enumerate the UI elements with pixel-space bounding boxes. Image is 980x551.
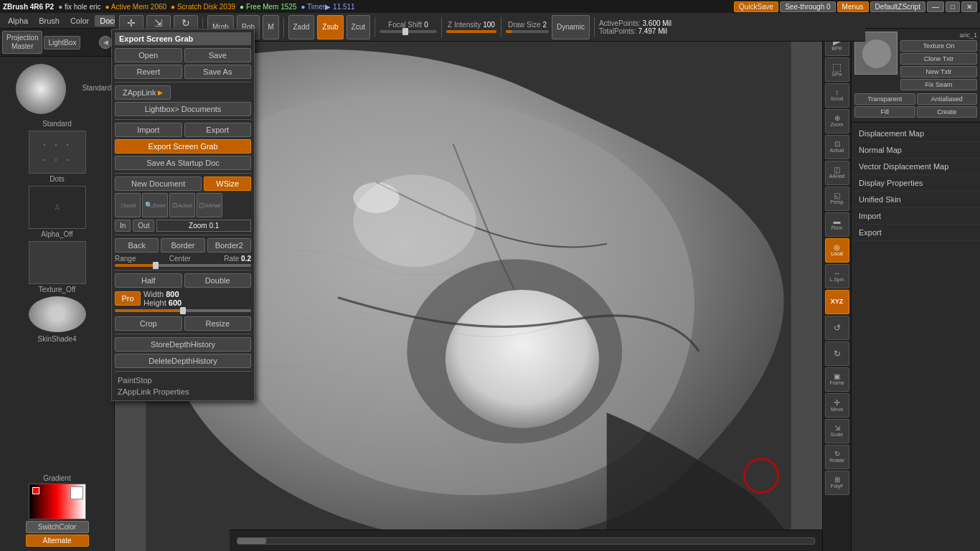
display-properties-item[interactable]: Display Properties <box>852 175 980 192</box>
open-button[interactable]: Open <box>115 48 182 62</box>
new-txtr-button[interactable]: New Txtr <box>900 66 977 77</box>
local-button[interactable]: ◎ Local <box>825 238 849 263</box>
rotate-cw-button[interactable]: ↻ <box>825 342 849 366</box>
import-item[interactable]: Import <box>852 208 980 225</box>
polyf-button[interactable]: ⊞ PolyF <box>825 471 849 495</box>
save-as-button[interactable]: Save As <box>184 65 252 79</box>
wsize-button[interactable]: WSize <box>204 176 251 191</box>
revert-button[interactable]: Revert <box>115 65 182 79</box>
pro-button[interactable]: Pro <box>115 291 141 306</box>
rotate-ccw-button[interactable]: ↺ <box>825 316 849 340</box>
rate-slider[interactable] <box>115 264 251 267</box>
see-through-button[interactable]: See-through 0 <box>780 1 835 12</box>
skin-shade-preview[interactable] <box>29 296 86 332</box>
menus-button[interactable]: Menus <box>837 1 869 12</box>
zcut-button[interactable]: Zcut <box>347 15 370 39</box>
default-zscript-button[interactable]: DefaultZScript <box>870 1 925 12</box>
window-minimize[interactable]: — <box>927 1 944 12</box>
actual-button[interactable]: ⊡ Actual <box>825 135 849 159</box>
move-button[interactable]: ✛ Move <box>825 393 849 418</box>
lightbox-docs-button[interactable]: Lightbox> Documents <box>115 102 251 116</box>
new-document-button[interactable]: New Document <box>115 176 202 191</box>
unified-skin-item[interactable]: Unified Skin <box>852 192 980 208</box>
save-button[interactable]: Save <box>184 48 252 62</box>
zsub-button[interactable]: Zsub <box>317 15 343 39</box>
export-item[interactable]: Export <box>852 225 980 241</box>
frame-button[interactable]: ▣ Frame <box>825 367 849 392</box>
store-depth-button[interactable]: StoreDepthHistory <box>115 337 251 352</box>
zapplink-props-item[interactable]: ZAppLink Properties <box>115 386 251 397</box>
move-toolbar-icon: ✛ <box>127 17 136 29</box>
left-toggle-button[interactable]: ◀ <box>99 36 112 49</box>
menu-item-brush[interactable]: Brush <box>34 15 65 27</box>
aahalf-icon-btn[interactable]: ◫AAHalf <box>197 193 222 217</box>
normal-map-item[interactable]: Normal Map <box>852 142 980 159</box>
half-button[interactable]: Half <box>115 273 182 288</box>
brush-preview-standard[interactable] <box>16 64 66 114</box>
texture-off-preview[interactable] <box>29 241 86 284</box>
zapplink-button[interactable]: ZAppLink ▶ <box>115 85 171 100</box>
dots-preview[interactable]: · · ·· · · <box>29 131 86 174</box>
focal-slider-thumb[interactable] <box>402 28 408 35</box>
switch-color-button[interactable]: SwitchColor <box>26 521 89 533</box>
double-button[interactable]: Double <box>184 273 252 288</box>
vector-displacement-map-item[interactable]: Vector Displacement Map <box>852 159 980 175</box>
horizontal-scrollbar[interactable] <box>237 537 815 545</box>
width-slider-thumb[interactable] <box>180 307 186 314</box>
m-button[interactable]: M <box>263 15 278 39</box>
border-button[interactable]: Border <box>161 238 204 253</box>
border2-button[interactable]: Border2 <box>207 238 251 253</box>
import-button[interactable]: Import <box>115 123 182 137</box>
fix-seam-button[interactable]: Fix Seam <box>900 79 977 90</box>
width-slider[interactable] <box>115 309 251 312</box>
resize-button[interactable]: Resize <box>184 316 252 331</box>
lsym-button[interactable]: ↔ L.Sym <box>825 264 849 288</box>
persp-button[interactable]: ◱ Persp <box>825 187 849 211</box>
rotate-tool-button[interactable]: ↻ Rotate <box>825 445 849 469</box>
draw-size-slider[interactable] <box>506 30 549 33</box>
alternate-button[interactable]: Alternate <box>26 534 89 547</box>
texture-on-button[interactable]: Texture On <box>900 40 977 52</box>
zoom-icon-btn[interactable]: 🔍Zoom <box>142 193 168 217</box>
export-button[interactable]: Export <box>184 123 252 137</box>
alpha-off-preview[interactable]: A <box>29 186 86 229</box>
save-as-startup-button[interactable]: Save As Startup Doc <box>115 156 251 170</box>
create-button[interactable]: Create <box>917 106 978 118</box>
clone-txtr-button[interactable]: Clone Txtr <box>900 53 977 65</box>
dynamic-button[interactable]: Dynamic <box>552 15 590 39</box>
menu-item-alpha[interactable]: Alpha <box>3 15 33 27</box>
antialiased-button[interactable]: Antialiased <box>917 93 978 105</box>
spix-button[interactable]: ⬚ SPix <box>825 57 849 82</box>
projection-master-button[interactable]: ProjectionMaster <box>2 31 42 54</box>
white-swatch[interactable] <box>70 486 83 499</box>
back-button[interactable]: Back <box>115 238 159 253</box>
scrollbar-thumb[interactable] <box>237 538 266 544</box>
export-screen-grab-button[interactable]: Export Screen Grab <box>115 139 251 154</box>
focal-slider[interactable] <box>380 30 437 33</box>
scroll-icon-btn[interactable]: ↕Scroll <box>115 193 141 217</box>
quicksave-button[interactable]: QuickSave <box>734 1 778 12</box>
transparent-button[interactable]: Transparent <box>854 93 915 105</box>
menu-item-color[interactable]: Color <box>65 15 94 27</box>
lightbox-button[interactable]: LightBox <box>44 36 80 50</box>
scale-tool-button[interactable]: ⇲ Scale <box>825 419 849 443</box>
displacement-map-item[interactable]: Displacement Map <box>852 126 980 142</box>
paint-stop-item[interactable]: PaintStop <box>115 375 251 386</box>
actual-icon-btn[interactable]: ⊡Actual <box>169 193 195 217</box>
draw-size-row: Draw Size 2 <box>508 21 547 29</box>
aahalf-button[interactable]: ◫ AAHalf <box>825 161 849 185</box>
floor-button[interactable]: ▬ Floor <box>825 212 849 237</box>
crop-button[interactable]: Crop <box>115 316 182 331</box>
z-intensity-slider[interactable] <box>446 30 496 33</box>
in-button[interactable]: In <box>115 220 131 232</box>
zoom-button[interactable]: ⊕ Zoom <box>825 109 849 133</box>
out-button[interactable]: Out <box>133 220 154 232</box>
rate-slider-thumb[interactable] <box>153 262 159 269</box>
scroll-button[interactable]: ↕ Scroll <box>825 83 849 108</box>
xyz-button[interactable]: XYZ <box>825 290 849 314</box>
delete-depth-button[interactable]: DeleteDepthHistory <box>115 354 251 368</box>
window-maximize[interactable]: □ <box>946 1 960 12</box>
fill-button[interactable]: Fill <box>854 106 915 118</box>
zadd-button[interactable]: Zadd <box>288 15 315 39</box>
window-close[interactable]: ✕ <box>961 1 977 12</box>
